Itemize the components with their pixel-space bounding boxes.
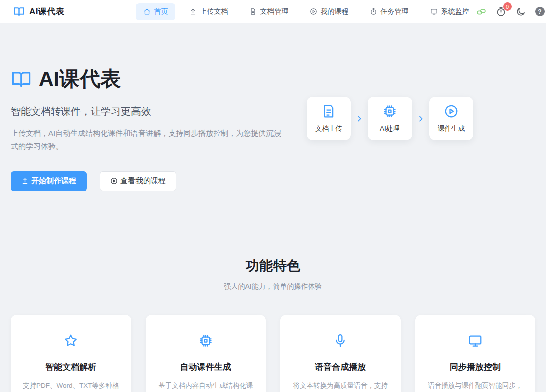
microphone-icon xyxy=(333,333,348,348)
stopwatch-icon xyxy=(370,8,377,15)
upload-icon xyxy=(21,177,29,185)
nav-item-tasks[interactable]: 任务管理 xyxy=(363,3,416,20)
hero-title-row: AI课代表 xyxy=(11,65,307,93)
nav-item-documents[interactable]: 文档管理 xyxy=(242,3,296,20)
step-card-ai-processing: AI处理 xyxy=(368,97,412,140)
timer-notification-button[interactable]: 0 xyxy=(496,6,506,17)
monitor-icon xyxy=(468,333,483,348)
chevron-right-icon xyxy=(417,115,425,123)
feature-title: 语音合成播放 xyxy=(315,361,366,373)
nav-item-home[interactable]: 首页 xyxy=(136,3,175,20)
view-my-courses-button[interactable]: 查看我的课程 xyxy=(100,171,176,191)
app-title: AI课代表 xyxy=(29,6,65,17)
upload-icon xyxy=(189,8,197,15)
nav-label: 任务管理 xyxy=(381,7,409,16)
feature-title: 同步播放控制 xyxy=(450,361,501,373)
chevron-right-icon xyxy=(355,115,363,123)
play-circle-icon xyxy=(444,104,459,119)
feature-description: 支持PDF、Word、TXT等多种格式，AI智能提取文档内容和结构 xyxy=(22,380,120,392)
feature-description: 基于文档内容自动生成结构化课件，支持多页面展示 xyxy=(157,380,255,392)
feature-title: 自动课件生成 xyxy=(180,361,231,373)
home-icon xyxy=(143,8,151,15)
features-subtitle: 强大的AI能力，简单的操作体验 xyxy=(0,282,546,291)
play-circle-icon xyxy=(110,177,118,185)
step-card-courseware: 课件生成 xyxy=(429,97,473,140)
feature-card-grid: 智能文档解析 支持PDF、Word、TXT等多种格式，AI智能提取文档内容和结构… xyxy=(11,315,535,392)
main-nav: 首页 上传文档 文档管理 我的课程 xyxy=(136,3,476,20)
hero-buttons: 开始制作课程 查看我的课程 xyxy=(11,171,307,191)
workflow-steps: 文档上传 AI处理 xyxy=(307,97,473,140)
dark-mode-toggle[interactable] xyxy=(516,7,526,17)
link-icon[interactable] xyxy=(476,7,486,17)
help-button[interactable]: ? xyxy=(535,7,545,16)
nav-item-monitoring[interactable]: 系统监控 xyxy=(423,3,476,20)
open-book-icon xyxy=(11,69,32,90)
notification-badge: 0 xyxy=(503,2,512,11)
moon-icon xyxy=(516,7,526,17)
feature-card-voice-synthesis: 语音合成播放 将文本转换为高质量语音，支持多种音色和语速调节 xyxy=(280,315,401,392)
features-title: 功能特色 xyxy=(0,257,546,275)
document-icon xyxy=(321,104,336,119)
feature-card-courseware-generation: 自动课件生成 基于文档内容自动生成结构化课件，支持多页面展示 xyxy=(146,315,266,392)
button-label: 开始制作课程 xyxy=(31,176,76,186)
open-book-icon xyxy=(13,6,25,17)
nav-item-my-courses[interactable]: 我的课程 xyxy=(303,3,356,20)
header-actions: 0 ? xyxy=(476,6,545,17)
step-label: AI处理 xyxy=(380,124,400,133)
cpu-icon xyxy=(198,333,213,348)
feature-card-document-parsing: 智能文档解析 支持PDF、Word、TXT等多种格式，AI智能提取文档内容和结构 xyxy=(11,315,131,392)
nav-label: 我的课程 xyxy=(321,7,349,16)
star-icon xyxy=(63,333,78,348)
nav-label: 文档管理 xyxy=(260,7,289,16)
nav-label: 系统监控 xyxy=(441,7,469,16)
feature-card-sync-playback: 同步播放控制 语音播放与课件翻页智能同步，支持进度控制和快进回退 xyxy=(415,315,536,392)
hero-description: 上传文档，AI自动生成结构化课件和语音讲解，支持同步播放控制，为您提供沉浸式的学… xyxy=(11,127,284,153)
nav-label: 首页 xyxy=(154,7,168,16)
app-logo[interactable]: AI课代表 xyxy=(13,6,65,17)
feature-description: 语音播放与课件翻页智能同步，支持进度控制和快进回退 xyxy=(426,380,525,392)
feature-title: 智能文档解析 xyxy=(45,361,96,373)
step-label: 文档上传 xyxy=(315,124,342,133)
hero-content: AI课代表 智能文档转课件，让学习更高效 上传文档，AI自动生成结构化课件和语音… xyxy=(11,65,307,191)
cpu-icon xyxy=(382,104,397,119)
step-label: 课件生成 xyxy=(438,124,465,133)
top-header: AI课代表 首页 上传文档 文档管理 xyxy=(0,0,546,23)
document-icon xyxy=(249,8,257,15)
hero-title: AI课代表 xyxy=(39,65,121,93)
nav-label: 上传文档 xyxy=(200,7,228,16)
step-card-upload: 文档上传 xyxy=(307,97,351,140)
hero-section: AI课代表 智能文档转课件，让学习更高效 上传文档，AI自动生成结构化课件和语音… xyxy=(0,23,546,191)
button-label: 查看我的课程 xyxy=(120,176,166,186)
monitor-icon xyxy=(430,8,438,15)
nav-item-upload[interactable]: 上传文档 xyxy=(182,3,235,20)
start-course-button[interactable]: 开始制作课程 xyxy=(11,171,87,191)
features-section: 功能特色 强大的AI能力，简单的操作体验 智能文档解析 支持PDF、Word、T… xyxy=(0,257,546,392)
feature-description: 将文本转换为高质量语音，支持多种音色和语速调节 xyxy=(291,380,390,392)
play-circle-icon xyxy=(310,8,317,15)
hero-subtitle: 智能文档转课件，让学习更高效 xyxy=(11,105,307,118)
